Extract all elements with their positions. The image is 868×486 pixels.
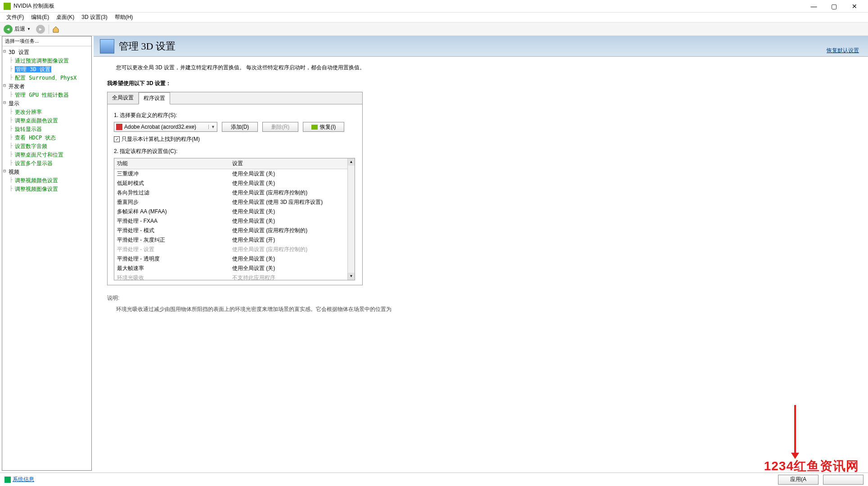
program-select[interactable]: Adobe Acrobat (acrord32.exe) ▼	[114, 122, 217, 132]
toolbar-separator	[49, 25, 49, 34]
nav-back-label: 后退	[14, 25, 25, 33]
section-label: 我希望使用以下 3D 设置：	[107, 80, 855, 87]
scroll-down-icon[interactable]: ▼	[348, 273, 355, 280]
settings-row[interactable]: 最大帧速率使用全局设置 (关)	[114, 264, 355, 273]
content-pane: 管理 3D 设置 恢复默认设置 您可以更改全局 3D 设置，并建立特定程序的置换…	[94, 36, 868, 472]
remove-button[interactable]: 删除(R)	[262, 122, 298, 132]
scroll-up-icon[interactable]: ▲	[348, 158, 355, 166]
description-text: 环境光吸收通过减少由围用物体所阳挡的表面上的环境光密度来增加场景的直实感。它会根…	[116, 306, 846, 313]
grid-scrollbar[interactable]: ▲ ▼	[347, 158, 355, 280]
program-select-value: Adobe Acrobat (acrord32.exe)	[124, 124, 196, 130]
page-title: 管理 3D 设置	[119, 40, 175, 53]
settings-row[interactable]: 环境光吸收不支持此应用程序	[114, 273, 355, 280]
step2-label: 2. 指定该程序的设置值(C):	[114, 148, 356, 155]
settings-grid: 功能 设置 三重缓冲使用全局设置 (关)低延时模式使用全局设置 (关)各向异性过…	[114, 158, 355, 280]
settings-row[interactable]: 平滑处理 - 设置使用全局设置 (应用程序控制的)	[114, 245, 355, 254]
settings-row[interactable]: 平滑处理 - 模式使用全局设置 (应用程序控制的)	[114, 226, 355, 235]
settings-row[interactable]: 平滑处理 - 灰度纠正使用全局设置 (开)	[114, 235, 355, 245]
restore-defaults-link[interactable]: 恢复默认设置	[827, 47, 859, 54]
tree-leaf-surround[interactable]: 配置 Surround、PhysX	[2, 74, 91, 82]
maximize-button[interactable]: ▢	[824, 0, 844, 13]
settings-row[interactable]: 平滑处理 - FXAA使用全局设置 (关)	[114, 216, 355, 226]
page-intro: 您可以更改全局 3D 设置，并建立特定程序的置换值。 每次这些特定程序启动时，都…	[116, 64, 855, 72]
nav-back-dropdown[interactable]: ▼	[27, 27, 31, 31]
footer-button2[interactable]	[823, 475, 864, 485]
page-header-icon	[100, 39, 114, 54]
col-header-feature: 功能	[114, 158, 229, 169]
menu-help[interactable]: 帮助(H)	[111, 13, 137, 22]
nvidia-small-icon	[311, 125, 318, 130]
tree-leaf-desktopcolor[interactable]: 调整桌面颜色设置	[2, 117, 91, 125]
only-found-label: 只显示本计算机上找到的程序(M)	[121, 135, 200, 143]
step1-label: 1. 选择要自定义的程序(S):	[114, 112, 356, 119]
nvidia-logo-icon	[4, 3, 11, 10]
minimize-button[interactable]: —	[804, 0, 824, 13]
tab-program[interactable]: 程序设置	[139, 92, 170, 104]
menu-3d[interactable]: 3D 设置(3)	[78, 13, 111, 22]
tree-cat-video[interactable]: 视频	[2, 168, 91, 176]
settings-row[interactable]: 垂直同步使用全局设置 (使用 3D 应用程序设置)	[114, 198, 355, 207]
tree-leaf-manage3d[interactable]: 管理 3D 设置	[2, 65, 91, 74]
col-header-setting: 设置	[229, 158, 355, 169]
sysinfo-icon	[4, 477, 11, 483]
apply-button[interactable]: 应用(A	[778, 475, 819, 485]
task-tree: 3D 设置 通过预览调整图像设置 管理 3D 设置 配置 Surround、Ph…	[2, 46, 91, 195]
tree-cat-3d[interactable]: 3D 设置	[2, 48, 91, 57]
tree-leaf-multimon[interactable]: 设置多个显示器	[2, 159, 91, 168]
tree-cat-dev[interactable]: 开发者	[2, 82, 91, 91]
menu-file[interactable]: 文件(F)	[3, 13, 27, 22]
watermark-text: 1234红鱼资讯网	[764, 458, 859, 475]
tree-cat-display[interactable]: 显示	[2, 99, 91, 108]
tree-leaf-gpucounter[interactable]: 管理 GPU 性能计数器	[2, 91, 91, 99]
titlebar: NVIDIA 控制面板 — ▢ ✕	[0, 0, 868, 13]
tree-leaf-rotate[interactable]: 旋转显示器	[2, 125, 91, 134]
toolbar: ◄ 后退 ▼ ►	[0, 22, 868, 36]
restore-button[interactable]: 恢复(I)	[303, 122, 344, 132]
tree-leaf-preview[interactable]: 通过预览调整图像设置	[2, 57, 91, 65]
tree-leaf-resolution[interactable]: 更改分辨率	[2, 108, 91, 117]
settings-row[interactable]: 低延时模式使用全局设置 (关)	[114, 179, 355, 188]
page-header: 管理 3D 设置 恢复默认设置	[94, 36, 868, 57]
nav-back-button[interactable]: ◄	[4, 25, 13, 34]
tree-leaf-vidcolor[interactable]: 调整视频颜色设置	[2, 176, 91, 185]
close-button[interactable]: ✕	[844, 0, 864, 13]
menu-desktop[interactable]: 桌面(K)	[53, 13, 78, 22]
acrobat-icon	[116, 124, 122, 130]
tree-leaf-vidimage[interactable]: 调整视频图像设置	[2, 185, 91, 194]
tree-leaf-desksize[interactable]: 调整桌面尺寸和位置	[2, 151, 91, 159]
only-found-checkbox[interactable]: ✓	[114, 136, 120, 142]
nav-forward-button[interactable]: ►	[36, 25, 45, 34]
sysinfo-link[interactable]: 系统信息	[13, 476, 34, 483]
annotation-arrow	[794, 405, 796, 454]
add-button[interactable]: 添加(D)	[222, 122, 258, 132]
settings-row[interactable]: 多帧采样 AA (MFAA)使用全局设置 (关)	[114, 207, 355, 216]
tab-global[interactable]: 全局设置	[108, 92, 139, 104]
tree-leaf-hdcp[interactable]: 查看 HDCP 状态	[2, 134, 91, 142]
tree-leaf-digaudio[interactable]: 设置数字音频	[2, 142, 91, 151]
window-title: NVIDIA 控制面板	[13, 2, 804, 10]
description-label: 说明:	[107, 294, 855, 302]
sidebar-header: 选择一项任务...	[2, 36, 91, 46]
settings-row[interactable]: 平滑处理 - 透明度使用全局设置 (关)	[114, 254, 355, 264]
menu-edit[interactable]: 编辑(E)	[27, 13, 53, 22]
settings-tabs: 全局设置 程序设置 1. 选择要自定义的程序(S): Adobe Acrobat…	[107, 92, 363, 285]
footer: 系统信息 应用(A	[0, 472, 868, 486]
settings-row[interactable]: 三重缓冲使用全局设置 (关)	[114, 169, 355, 179]
sidebar: 选择一项任务... 3D 设置 通过预览调整图像设置 管理 3D 设置 配置 S…	[2, 36, 92, 471]
home-icon[interactable]	[52, 25, 60, 33]
menubar: 文件(F) 编辑(E) 桌面(K) 3D 设置(3) 帮助(H)	[0, 13, 868, 22]
settings-row[interactable]: 各向异性过滤使用全局设置 (应用程序控制的)	[114, 188, 355, 198]
dropdown-icon: ▼	[208, 125, 215, 129]
